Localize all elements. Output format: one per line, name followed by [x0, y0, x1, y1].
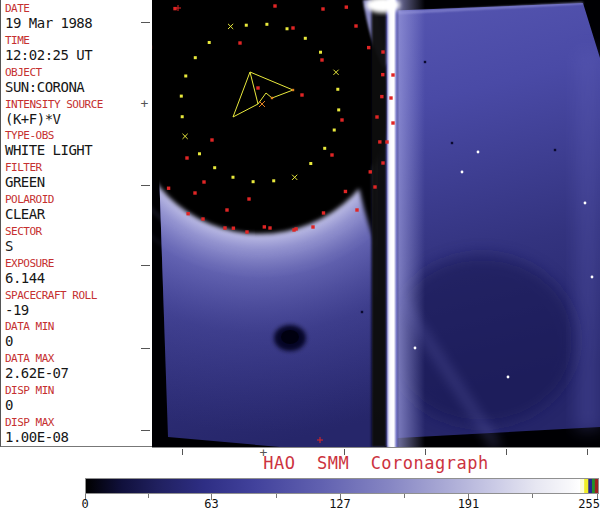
metadata-label: SECTOR	[5, 223, 152, 238]
metadata-label: DATA MIN	[5, 318, 152, 333]
colorbar-tick-label: 127	[329, 497, 351, 511]
red-fiducial-dot	[380, 95, 383, 98]
red-fiducial-dot	[340, 118, 343, 121]
left-axis-tick	[141, 430, 150, 431]
red-fiducial-dot	[186, 212, 189, 215]
red-fiducial-dot	[355, 208, 358, 211]
pylon-streak-core	[389, 0, 394, 447]
yellow-limb-dot	[194, 56, 197, 59]
right-edge-light	[576, 50, 600, 430]
yellow-limb-dot	[245, 24, 248, 27]
left-axis-tick	[141, 348, 150, 349]
red-fiducial-dot	[311, 225, 314, 228]
red-fiducial-dot	[344, 190, 347, 193]
red-fiducial-dot	[354, 24, 357, 27]
colorbar	[85, 478, 599, 494]
red-fiducial-dot	[245, 230, 248, 233]
red-fiducial-dot	[292, 228, 295, 231]
dark-speck	[554, 149, 556, 151]
yellow-limb-dot	[208, 41, 211, 44]
metadata-field: POLAROIDCLEAR	[1, 191, 152, 223]
metadata-field: DATA MAX2.62E-07	[1, 350, 152, 382]
metadata-label: FILTER	[5, 159, 152, 174]
metadata-field: SECTORS	[1, 223, 152, 255]
red-fiducial-dot	[225, 208, 228, 211]
metadata-label: DATA MAX	[5, 350, 152, 365]
coronagraph-image-area	[152, 0, 600, 448]
smm-coronagraph-viewer: { "window": {"width": 600, "height": 512…	[0, 0, 600, 512]
yellow-limb-dot	[213, 166, 216, 169]
red-fiducial-dot	[291, 26, 294, 29]
pylon-shadow-band	[372, 0, 387, 447]
metadata-value: CLEAR	[5, 206, 152, 222]
red-fiducial-dot	[369, 170, 372, 173]
star-point	[461, 171, 464, 174]
red-fiducial-dot	[232, 227, 235, 230]
metadata-label: INTENSITY SOURCE	[5, 96, 152, 111]
red-fiducial-dot	[273, 4, 276, 7]
metadata-value: 0	[5, 333, 152, 349]
red-fiducial-dot	[381, 50, 384, 53]
metadata-value: 1.00E-08	[5, 429, 152, 445]
metadata-value: 19 Mar 1988	[5, 15, 152, 31]
red-fiducial-dot	[238, 41, 241, 44]
metadata-field: DATA MIN0	[1, 318, 152, 350]
metadata-value: 0	[5, 397, 152, 413]
red-fiducial-dot	[223, 226, 226, 229]
yellow-limb-dot	[231, 176, 234, 179]
colorbar-tick-label: 191	[458, 497, 480, 511]
red-fiducial-dot	[263, 225, 266, 228]
red-fiducial-dot	[268, 226, 271, 229]
dark-blob	[274, 325, 306, 351]
orange-vertex-dot	[271, 97, 273, 99]
image-title: HAO SMM Coronagraph	[152, 453, 600, 473]
red-fiducial-dot	[330, 153, 333, 156]
metadata-field: TIME12:02:25 UT	[1, 32, 152, 64]
red-fiducial-dot	[185, 156, 188, 159]
metadata-field: DISP MAX1.00E-08	[1, 414, 152, 446]
colorbar-tick-label: 255	[578, 497, 600, 511]
star-point	[507, 376, 510, 379]
metadata-field: INTENSITY SOURCE(K+F)*V	[1, 96, 152, 128]
metadata-field: OBJECTSUN:CORONA	[1, 64, 152, 96]
left-axis-tick	[141, 185, 150, 186]
red-fiducial-dot	[391, 121, 394, 124]
metadata-value: 2.62E-07	[5, 365, 152, 381]
coronagraph-image	[152, 0, 600, 447]
red-fiducial-dot	[167, 187, 170, 190]
star-point	[414, 347, 417, 350]
dark-speck	[361, 311, 363, 313]
yellow-limb-dot	[304, 37, 307, 40]
metadata-label: POLAROID	[5, 191, 152, 206]
metadata-label: TIME	[5, 32, 152, 47]
metadata-label: TYPE-OBS	[5, 127, 152, 142]
yellow-limb-dot	[265, 23, 268, 26]
colorbar-minor-tick	[148, 494, 149, 498]
metadata-sidebar: DATE19 Mar 1988TIME12:02:25 UTOBJECTSUN:…	[0, 0, 152, 447]
metadata-label: EXPOSURE	[5, 255, 152, 270]
metadata-label: SPACECRAFT ROLL	[5, 287, 152, 302]
red-fiducial-dot	[378, 140, 381, 143]
yellow-limb-dot	[198, 152, 201, 155]
red-fiducial-dot	[300, 93, 303, 96]
star-point	[477, 151, 480, 154]
colorbar-minor-tick	[404, 494, 405, 498]
metadata-value: SUN:CORONA	[5, 79, 152, 95]
metadata-value: (K+F)*V	[5, 111, 152, 127]
left-axis-plus-tick: +	[140, 99, 149, 108]
red-fiducial-dot	[375, 115, 378, 118]
star-point	[584, 202, 587, 205]
yellow-limb-dot	[319, 51, 322, 54]
red-fiducial-dot	[389, 96, 392, 99]
colorbar-minor-tick	[532, 494, 533, 498]
red-fiducial-dot	[173, 7, 176, 10]
metadata-value: 6.144	[5, 270, 152, 286]
red-fiducial-dot	[247, 197, 250, 200]
yellow-limb-dot	[336, 88, 339, 91]
yellow-limb-dot	[180, 95, 183, 98]
yellow-limb-dot	[184, 74, 187, 77]
yellow-limb-dot	[337, 108, 340, 111]
red-fiducial-dot	[373, 185, 376, 188]
red-fiducial-dot	[202, 180, 205, 183]
red-fiducial-dot	[321, 7, 324, 10]
